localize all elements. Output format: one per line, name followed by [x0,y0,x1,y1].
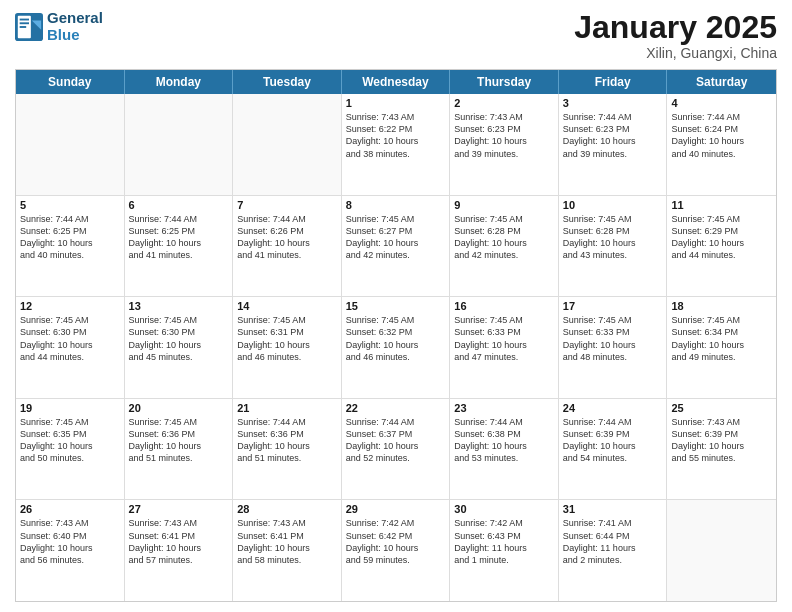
svg-rect-4 [20,22,29,24]
day-number: 27 [129,503,229,515]
cell-text: Sunrise: 7:45 AM Sunset: 6:29 PM Dayligh… [671,213,772,262]
calendar-cell: 12Sunrise: 7:45 AM Sunset: 6:30 PM Dayli… [16,297,125,398]
logo-icon [15,13,43,41]
calendar-cell: 11Sunrise: 7:45 AM Sunset: 6:29 PM Dayli… [667,196,776,297]
cell-text: Sunrise: 7:44 AM Sunset: 6:25 PM Dayligh… [20,213,120,262]
day-number: 2 [454,97,554,109]
calendar-cell: 28Sunrise: 7:43 AM Sunset: 6:41 PM Dayli… [233,500,342,601]
weekday-header: Sunday [16,70,125,94]
calendar-cell: 6Sunrise: 7:44 AM Sunset: 6:25 PM Daylig… [125,196,234,297]
calendar-cell: 26Sunrise: 7:43 AM Sunset: 6:40 PM Dayli… [16,500,125,601]
calendar-cell: 16Sunrise: 7:45 AM Sunset: 6:33 PM Dayli… [450,297,559,398]
cell-text: Sunrise: 7:42 AM Sunset: 6:43 PM Dayligh… [454,517,554,566]
calendar-row: 12Sunrise: 7:45 AM Sunset: 6:30 PM Dayli… [16,297,776,399]
day-number: 19 [20,402,120,414]
day-number: 14 [237,300,337,312]
day-number: 28 [237,503,337,515]
calendar-cell [667,500,776,601]
day-number: 18 [671,300,772,312]
cell-text: Sunrise: 7:45 AM Sunset: 6:34 PM Dayligh… [671,314,772,363]
calendar-cell: 9Sunrise: 7:45 AM Sunset: 6:28 PM Daylig… [450,196,559,297]
weekday-header: Wednesday [342,70,451,94]
day-number: 7 [237,199,337,211]
location: Xilin, Guangxi, China [574,45,777,61]
calendar-cell: 10Sunrise: 7:45 AM Sunset: 6:28 PM Dayli… [559,196,668,297]
cell-text: Sunrise: 7:45 AM Sunset: 6:31 PM Dayligh… [237,314,337,363]
cell-text: Sunrise: 7:45 AM Sunset: 6:33 PM Dayligh… [454,314,554,363]
calendar-row: 1Sunrise: 7:43 AM Sunset: 6:22 PM Daylig… [16,94,776,196]
month-title: January 2025 [574,10,777,45]
cell-text: Sunrise: 7:45 AM Sunset: 6:33 PM Dayligh… [563,314,663,363]
logo: General Blue [15,10,103,43]
cell-text: Sunrise: 7:44 AM Sunset: 6:36 PM Dayligh… [237,416,337,465]
day-number: 26 [20,503,120,515]
calendar-cell: 29Sunrise: 7:42 AM Sunset: 6:42 PM Dayli… [342,500,451,601]
day-number: 31 [563,503,663,515]
cell-text: Sunrise: 7:45 AM Sunset: 6:36 PM Dayligh… [129,416,229,465]
calendar-row: 5Sunrise: 7:44 AM Sunset: 6:25 PM Daylig… [16,196,776,298]
cell-text: Sunrise: 7:45 AM Sunset: 6:28 PM Dayligh… [563,213,663,262]
cell-text: Sunrise: 7:43 AM Sunset: 6:22 PM Dayligh… [346,111,446,160]
cell-text: Sunrise: 7:44 AM Sunset: 6:38 PM Dayligh… [454,416,554,465]
weekday-header: Friday [559,70,668,94]
calendar-cell: 31Sunrise: 7:41 AM Sunset: 6:44 PM Dayli… [559,500,668,601]
calendar-cell: 8Sunrise: 7:45 AM Sunset: 6:27 PM Daylig… [342,196,451,297]
cell-text: Sunrise: 7:43 AM Sunset: 6:40 PM Dayligh… [20,517,120,566]
cell-text: Sunrise: 7:45 AM Sunset: 6:27 PM Dayligh… [346,213,446,262]
day-number: 22 [346,402,446,414]
page: General Blue January 2025 Xilin, Guangxi… [0,0,792,612]
svg-rect-3 [20,18,29,20]
day-number: 21 [237,402,337,414]
day-number: 11 [671,199,772,211]
day-number: 1 [346,97,446,109]
weekday-header: Tuesday [233,70,342,94]
title-block: January 2025 Xilin, Guangxi, China [574,10,777,61]
svg-rect-5 [20,26,27,28]
weekday-header: Thursday [450,70,559,94]
calendar-cell: 21Sunrise: 7:44 AM Sunset: 6:36 PM Dayli… [233,399,342,500]
calendar-cell: 23Sunrise: 7:44 AM Sunset: 6:38 PM Dayli… [450,399,559,500]
cell-text: Sunrise: 7:44 AM Sunset: 6:37 PM Dayligh… [346,416,446,465]
cell-text: Sunrise: 7:44 AM Sunset: 6:39 PM Dayligh… [563,416,663,465]
calendar-cell: 25Sunrise: 7:43 AM Sunset: 6:39 PM Dayli… [667,399,776,500]
day-number: 6 [129,199,229,211]
day-number: 8 [346,199,446,211]
calendar-cell: 19Sunrise: 7:45 AM Sunset: 6:35 PM Dayli… [16,399,125,500]
logo-text: General Blue [47,10,103,43]
calendar-cell: 18Sunrise: 7:45 AM Sunset: 6:34 PM Dayli… [667,297,776,398]
day-number: 15 [346,300,446,312]
day-number: 30 [454,503,554,515]
cell-text: Sunrise: 7:43 AM Sunset: 6:41 PM Dayligh… [237,517,337,566]
day-number: 29 [346,503,446,515]
calendar-cell: 24Sunrise: 7:44 AM Sunset: 6:39 PM Dayli… [559,399,668,500]
calendar-cell: 2Sunrise: 7:43 AM Sunset: 6:23 PM Daylig… [450,94,559,195]
calendar: SundayMondayTuesdayWednesdayThursdayFrid… [15,69,777,602]
day-number: 16 [454,300,554,312]
cell-text: Sunrise: 7:44 AM Sunset: 6:24 PM Dayligh… [671,111,772,160]
calendar-cell: 30Sunrise: 7:42 AM Sunset: 6:43 PM Dayli… [450,500,559,601]
day-number: 20 [129,402,229,414]
cell-text: Sunrise: 7:45 AM Sunset: 6:32 PM Dayligh… [346,314,446,363]
day-number: 3 [563,97,663,109]
calendar-cell: 14Sunrise: 7:45 AM Sunset: 6:31 PM Dayli… [233,297,342,398]
weekday-header: Saturday [667,70,776,94]
calendar-cell: 5Sunrise: 7:44 AM Sunset: 6:25 PM Daylig… [16,196,125,297]
calendar-cell: 13Sunrise: 7:45 AM Sunset: 6:30 PM Dayli… [125,297,234,398]
day-number: 9 [454,199,554,211]
calendar-body: 1Sunrise: 7:43 AM Sunset: 6:22 PM Daylig… [16,94,776,601]
cell-text: Sunrise: 7:43 AM Sunset: 6:23 PM Dayligh… [454,111,554,160]
cell-text: Sunrise: 7:44 AM Sunset: 6:25 PM Dayligh… [129,213,229,262]
calendar-cell: 1Sunrise: 7:43 AM Sunset: 6:22 PM Daylig… [342,94,451,195]
calendar-cell: 3Sunrise: 7:44 AM Sunset: 6:23 PM Daylig… [559,94,668,195]
calendar-cell: 22Sunrise: 7:44 AM Sunset: 6:37 PM Dayli… [342,399,451,500]
cell-text: Sunrise: 7:45 AM Sunset: 6:30 PM Dayligh… [129,314,229,363]
day-number: 12 [20,300,120,312]
cell-text: Sunrise: 7:43 AM Sunset: 6:41 PM Dayligh… [129,517,229,566]
cell-text: Sunrise: 7:44 AM Sunset: 6:23 PM Dayligh… [563,111,663,160]
cell-text: Sunrise: 7:44 AM Sunset: 6:26 PM Dayligh… [237,213,337,262]
day-number: 13 [129,300,229,312]
calendar-row: 19Sunrise: 7:45 AM Sunset: 6:35 PM Dayli… [16,399,776,501]
calendar-cell: 27Sunrise: 7:43 AM Sunset: 6:41 PM Dayli… [125,500,234,601]
header: General Blue January 2025 Xilin, Guangxi… [15,10,777,61]
day-number: 23 [454,402,554,414]
